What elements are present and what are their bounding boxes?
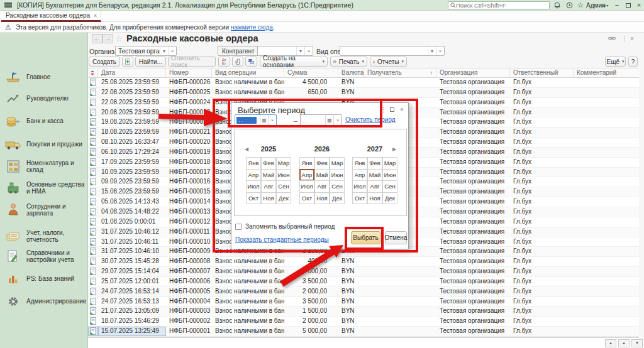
column-header-organization[interactable]: Организация bbox=[436, 68, 510, 77]
column-header-number[interactable]: Номер bbox=[166, 68, 212, 77]
close-window-icon[interactable]: × bbox=[634, 1, 644, 9]
column-settings-icon[interactable] bbox=[88, 68, 98, 77]
month-cell[interactable]: Окт bbox=[352, 192, 367, 205]
table-row[interactable]: 18.07.2025 15:46:29 НФБП-000002 Взнос на… bbox=[88, 317, 639, 327]
find-button[interactable]: Найти... bbox=[135, 57, 166, 67]
table-row[interactable]: 15.07.2025 13:25:49 НФБП-000001 Взнос на… bbox=[88, 327, 639, 337]
month-cell[interactable]: Авг bbox=[314, 180, 330, 193]
calendar-icon[interactable]: ▦ bbox=[325, 115, 333, 126]
show-postings-button[interactable]: ДтКт bbox=[218, 57, 230, 67]
month-cell[interactable]: Июн bbox=[276, 169, 291, 182]
column-header-responsible[interactable]: Ответственный bbox=[510, 68, 574, 77]
month-cell[interactable]: Фев bbox=[314, 157, 330, 170]
history-clock-icon[interactable] bbox=[564, 1, 574, 9]
select-button[interactable]: Выбрать bbox=[351, 231, 380, 244]
column-header-currency[interactable]: Валюта bbox=[338, 68, 364, 77]
sidebar-item-fixed-assets[interactable]: Основные средства и НМА bbox=[0, 177, 88, 198]
clear-icon[interactable]: × bbox=[436, 46, 444, 55]
month-cell[interactable]: Янв bbox=[299, 157, 314, 170]
form-close-icon[interactable]: × bbox=[630, 35, 634, 42]
clear-icon[interactable]: × bbox=[304, 46, 313, 55]
table-row[interactable]: 30.07.2025 15:45:28 НФБП-000008 Взнос на… bbox=[88, 257, 639, 267]
sidebar-item-employees[interactable]: Сотрудники и зарплата bbox=[0, 200, 88, 220]
remember-period-row[interactable]: Запомнить выбранный период bbox=[235, 223, 335, 230]
month-cell[interactable]: Июл bbox=[299, 180, 314, 193]
sidebar-item-accounting-reports[interactable]: Учет, налоги, отчетность bbox=[0, 227, 88, 246]
month-cell[interactable]: Май bbox=[367, 169, 382, 182]
month-cell[interactable]: Ноя bbox=[367, 192, 382, 205]
next-years-icon[interactable]: ▶ bbox=[392, 146, 396, 152]
column-header-comment[interactable]: Комментарий bbox=[574, 68, 639, 77]
create-button[interactable]: Создать bbox=[89, 57, 120, 67]
favorites-star-icon[interactable]: ☆ bbox=[575, 1, 586, 9]
table-row[interactable]: 24.07.2025 16:53:14 НФБП-000005 Взнос на… bbox=[88, 287, 639, 297]
sidebar-item-directories-settings[interactable]: Справочники и настройки учета bbox=[0, 246, 88, 267]
clear-icon[interactable]: × bbox=[268, 115, 276, 126]
operation-filter-combo[interactable]: ▾ × bbox=[340, 46, 445, 56]
main-menu-icon[interactable] bbox=[4, 3, 12, 8]
add-to-favorites-star-icon[interactable]: ☆ bbox=[115, 34, 123, 43]
month-cell[interactable]: Май bbox=[314, 169, 330, 182]
organization-filter-combo[interactable]: Тестовая организация ▾ × bbox=[115, 46, 177, 56]
month-cell[interactable]: Сен bbox=[276, 180, 291, 193]
remember-period-checkbox[interactable] bbox=[235, 224, 242, 230]
month-cell[interactable]: Фев bbox=[367, 157, 382, 170]
chevron-down-icon[interactable]: ▾ bbox=[160, 46, 168, 55]
service-menu-icon[interactable]: ≡▾ bbox=[600, 1, 610, 9]
month-cell[interactable]: Июн bbox=[382, 169, 397, 182]
go-to-top-button[interactable]: ▲ bbox=[605, 339, 616, 347]
sidebar-item-knowledge-base[interactable]: PS: База знаний bbox=[0, 269, 88, 288]
clear-icon[interactable]: × bbox=[333, 115, 341, 126]
search-input[interactable] bbox=[456, 2, 544, 9]
month-cell[interactable]: Дек bbox=[330, 192, 345, 205]
back-button[interactable]: ← bbox=[92, 34, 103, 43]
related-documents-button[interactable] bbox=[245, 57, 257, 67]
month-cell[interactable]: Дек bbox=[276, 192, 291, 205]
column-header-operation[interactable]: Вид операции bbox=[212, 68, 284, 77]
chevron-down-icon[interactable]: ▾ bbox=[428, 46, 436, 55]
month-cell[interactable]: Май bbox=[261, 169, 276, 182]
page-down-button[interactable]: ▼ bbox=[631, 339, 643, 347]
month-cell[interactable]: Июл bbox=[352, 180, 367, 193]
tab-close-icon[interactable]: × bbox=[94, 13, 97, 19]
month-cell[interactable]: Апр bbox=[246, 169, 261, 182]
help-button[interactable]: ? bbox=[628, 57, 638, 67]
month-cell[interactable]: Сен bbox=[382, 180, 397, 193]
get-link-icon[interactable] bbox=[608, 35, 616, 41]
dialog-more-icon[interactable]: ⋮ bbox=[380, 106, 387, 113]
sidebar-item-bank-cash[interactable]: Банк и касса bbox=[0, 112, 88, 131]
month-cell[interactable]: Авг bbox=[367, 180, 382, 193]
column-header-sum[interactable]: Сумма bbox=[284, 68, 338, 77]
clear-icon[interactable]: × bbox=[168, 46, 176, 55]
cancel-button[interactable]: Отмена bbox=[385, 231, 407, 244]
column-header-date[interactable]: Дата bbox=[98, 68, 166, 77]
sidebar-item-main[interactable]: Главное bbox=[0, 68, 88, 87]
column-header-payee[interactable]: Получатель↑ bbox=[364, 68, 436, 77]
period-end-input[interactable]: . . ▦ × bbox=[300, 114, 342, 126]
month-cell[interactable]: Янв bbox=[352, 157, 367, 170]
month-cell[interactable]: Июн bbox=[330, 169, 345, 182]
create-new-document-icon-button[interactable] bbox=[122, 57, 133, 67]
month-cell[interactable]: Дек bbox=[382, 192, 397, 205]
maximize-window-icon[interactable] bbox=[623, 1, 633, 9]
month-cell[interactable]: Апр bbox=[352, 169, 367, 182]
create-based-on-button[interactable]: Создать на основании ▾ bbox=[260, 57, 328, 67]
standard-periods-link[interactable]: Показать стандартные периоды bbox=[235, 236, 329, 243]
forward-button[interactable]: → bbox=[103, 34, 113, 43]
print-button[interactable]: Печать ▾ bbox=[330, 57, 367, 67]
sidebar-item-purchases-sales[interactable]: Покупки и продажи bbox=[0, 134, 88, 155]
cancel-search-button[interactable]: Отменить поиск bbox=[168, 57, 216, 67]
month-cell[interactable]: Ноя bbox=[261, 192, 276, 205]
notifications-bell-icon[interactable] bbox=[552, 1, 562, 9]
chevron-down-icon[interactable]: ▾ bbox=[296, 46, 304, 55]
month-cell[interactable]: Апр bbox=[299, 169, 314, 182]
attachments-button[interactable] bbox=[232, 57, 243, 67]
clear-period-link[interactable]: Очистить период bbox=[345, 116, 396, 123]
month-cell[interactable]: Мар bbox=[330, 157, 345, 170]
minimize-window-icon[interactable]: − bbox=[612, 1, 622, 9]
table-row[interactable]: 21.07.2025 13:05:09 НФБП-000003 Взнос на… bbox=[88, 307, 639, 317]
period-start-input[interactable]: . . ▦ × bbox=[235, 114, 277, 126]
sidebar-item-manager[interactable]: Руководителю bbox=[0, 89, 88, 108]
dialog-maximize-icon[interactable] bbox=[390, 106, 394, 113]
global-search[interactable] bbox=[448, 1, 550, 9]
